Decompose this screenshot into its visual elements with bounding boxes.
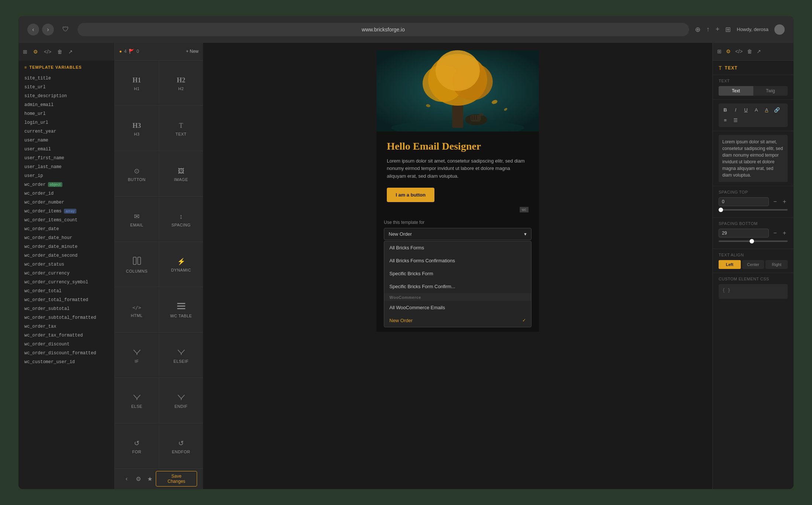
- trash-icon[interactable]: 🗑: [57, 49, 62, 55]
- rt-code-icon[interactable]: </>: [735, 48, 743, 54]
- dropdown-item-all-woocommerce-emails[interactable]: All WooCommerce Emails: [384, 301, 531, 314]
- dropdown-item-new-order[interactable]: New Order✓: [384, 314, 531, 327]
- var-item-site_url[interactable]: site_url: [18, 83, 114, 92]
- var-item-home_url[interactable]: home_url: [18, 109, 114, 118]
- var-item-wc_order_status[interactable]: wc_order_status: [18, 260, 114, 269]
- settings-footer-icon[interactable]: ⚙: [133, 473, 144, 485]
- block-else[interactable]: ELSE: [115, 378, 159, 423]
- var-item-wc_order_discount[interactable]: wc_order_discount: [18, 340, 114, 349]
- dropdown-select[interactable]: New Order ▾: [384, 228, 531, 240]
- rt-grid-icon[interactable]: ⊞: [717, 48, 722, 54]
- spacing-top-value[interactable]: 0: [719, 197, 769, 206]
- block-columns[interactable]: COLUMNS: [115, 242, 159, 287]
- var-item-wc_order_items_count[interactable]: wc_order_items_count: [18, 216, 114, 225]
- dropdown-item-specific-bricks-form[interactable]: Specific Bricks Form: [384, 267, 531, 280]
- var-item-wc_order_date_hour[interactable]: wc_order_date_hour: [18, 233, 114, 242]
- spacing-bottom-minus[interactable]: −: [772, 230, 778, 236]
- block-heading1[interactable]: H1 H1: [115, 61, 159, 106]
- highlight-button[interactable]: A: [762, 106, 771, 115]
- var-item-wc_order_subtotal[interactable]: wc_order_subtotal: [18, 304, 114, 313]
- var-item-wc_order_date_minute[interactable]: wc_order_date_minute: [18, 242, 114, 251]
- block-text[interactable]: T TEXT: [159, 106, 203, 151]
- dropdown-item-all-bricks-forms-confirmations[interactable]: All Bricks Forms Confirmations: [384, 254, 531, 267]
- var-item-wc_order_discount_formatted[interactable]: wc_order_discount_formatted: [18, 349, 114, 358]
- var-item-user_ip[interactable]: user_ip: [18, 171, 114, 180]
- link-button[interactable]: 🔗: [773, 106, 781, 115]
- var-item-wc_order_tax_formatted[interactable]: wc_order_tax_formatted: [18, 331, 114, 340]
- email-cta-button[interactable]: I am a button: [387, 188, 434, 202]
- var-item-user_name[interactable]: user_name: [18, 136, 114, 145]
- download-icon[interactable]: ⊕: [695, 25, 701, 34]
- spacing-bottom-plus[interactable]: +: [781, 230, 788, 236]
- var-item-site_description[interactable]: site_description: [18, 92, 114, 100]
- underline-button[interactable]: U: [742, 106, 750, 115]
- var-item-user_first_name[interactable]: user_first_name: [18, 154, 114, 163]
- var-item-wc_order_tax[interactable]: wc_order_tax: [18, 322, 114, 331]
- new-block-button[interactable]: + New: [186, 49, 199, 54]
- var-item-wc_order[interactable]: wc_orderobject: [18, 180, 114, 189]
- align-left-button[interactable]: Left: [719, 260, 741, 269]
- block-if[interactable]: IF: [115, 332, 159, 378]
- code-icon[interactable]: </>: [44, 49, 51, 55]
- var-item-login_url[interactable]: login_url: [18, 118, 114, 127]
- spacing-top-slider[interactable]: [719, 209, 788, 211]
- align-right-button[interactable]: Right: [765, 260, 788, 269]
- save-changes-button[interactable]: Save Changes: [156, 471, 197, 487]
- spacing-bottom-value[interactable]: 29: [719, 229, 769, 238]
- var-item-wc_order_total[interactable]: wc_order_total: [18, 287, 114, 296]
- url-bar[interactable]: www.bricksforge.io: [78, 23, 689, 36]
- tab-text[interactable]: Text: [719, 86, 753, 96]
- block-wc_table[interactable]: WC TABLE: [159, 287, 203, 332]
- var-item-wc_order_number[interactable]: wc_order_number: [18, 198, 114, 207]
- nav-back-button[interactable]: ‹: [27, 24, 39, 35]
- list-button[interactable]: ≡: [721, 116, 730, 125]
- list2-button[interactable]: ☰: [731, 116, 740, 125]
- block-elseif[interactable]: ELSEIF: [159, 332, 203, 378]
- block-heading3[interactable]: H3 H3: [115, 106, 159, 151]
- block-html[interactable]: </> HTML: [115, 287, 159, 332]
- star-icon[interactable]: ★: [144, 473, 156, 485]
- spacing-bottom-slider[interactable]: [719, 240, 788, 242]
- var-item-wc_order_currency[interactable]: wc_order_currency: [18, 269, 114, 278]
- var-item-admin_email[interactable]: admin_email: [18, 100, 114, 109]
- bold-button[interactable]: B: [721, 106, 730, 115]
- block-button[interactable]: ⊙ BUTTON: [115, 151, 159, 196]
- block-dynamic[interactable]: ⚡ DYNAMIC: [159, 242, 203, 287]
- var-item-wc_order_subtotal_formatted[interactable]: wc_order_subtotal_formatted: [18, 313, 114, 322]
- block-heading2[interactable]: H2 H2: [159, 61, 203, 106]
- block-email[interactable]: ✉ EMAIL: [115, 197, 159, 242]
- italic-button[interactable]: I: [731, 106, 740, 115]
- var-item-wc_order_items[interactable]: wc_order_itemsarray: [18, 207, 114, 216]
- nav-forward-button[interactable]: ›: [42, 24, 54, 35]
- block-spacing[interactable]: ↕ SPACING: [159, 197, 203, 242]
- tab-twig[interactable]: Twig: [753, 86, 788, 96]
- rt-settings-icon[interactable]: ⚙: [726, 48, 731, 54]
- share-icon[interactable]: ↑: [706, 25, 710, 34]
- rt-share-icon[interactable]: ↗: [757, 48, 761, 54]
- settings-icon[interactable]: ⚙: [33, 49, 38, 55]
- var-item-wc_order_date_second[interactable]: wc_order_date_second: [18, 251, 114, 260]
- align-center-button[interactable]: Center: [742, 260, 764, 269]
- prev-page-button[interactable]: ‹: [121, 473, 133, 485]
- rt-trash-icon[interactable]: 🗑: [747, 48, 752, 54]
- var-item-user_email[interactable]: user_email: [18, 145, 114, 154]
- dropdown-item-all-bricks-forms[interactable]: All Bricks Forms: [384, 241, 531, 254]
- var-item-wc_order_date[interactable]: wc_order_date: [18, 225, 114, 233]
- css-editor[interactable]: { }: [719, 284, 788, 299]
- var-item-user_last_name[interactable]: user_last_name: [18, 163, 114, 171]
- new-tab-icon[interactable]: +: [716, 25, 720, 34]
- var-item-current_year[interactable]: current_year: [18, 127, 114, 136]
- var-item-wc_order_total_formatted[interactable]: wc_order_total_formatted: [18, 296, 114, 304]
- var-item-site_title[interactable]: site_title: [18, 74, 114, 83]
- block-endfor[interactable]: ↺ ENDFOR: [159, 423, 203, 468]
- tab-grid-icon[interactable]: ⊞: [725, 25, 731, 34]
- spacing-top-minus[interactable]: −: [772, 198, 778, 205]
- var-item-wc_customer_user_id[interactable]: wc_customer_user_id: [18, 358, 114, 366]
- block-for[interactable]: ↺ FOR: [115, 423, 159, 468]
- block-endif[interactable]: ENDIF: [159, 378, 203, 423]
- text-editor[interactable]: Lorem ipsum dolor sit amet, consetetur s…: [719, 135, 788, 182]
- grid-icon[interactable]: ⊞: [23, 49, 27, 55]
- var-item-wc_order_currency_symbol[interactable]: wc_order_currency_symbol: [18, 278, 114, 287]
- block-image[interactable]: 🖼 IMAGE: [159, 151, 203, 196]
- color-button[interactable]: A: [752, 106, 761, 115]
